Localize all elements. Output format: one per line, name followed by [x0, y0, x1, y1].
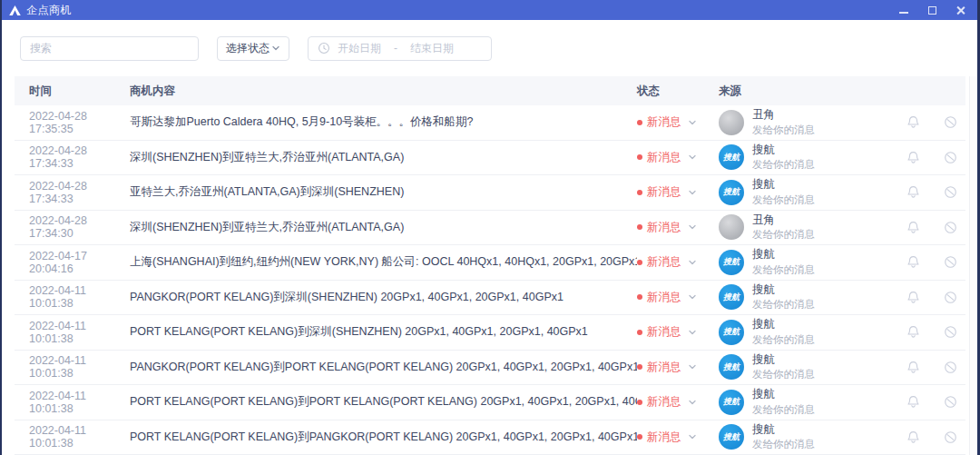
- source-name: 搜航: [752, 143, 815, 158]
- table-row[interactable]: 2022-04-11 10:01:38 PORT KELANG(PORT KEL…: [15, 385, 965, 420]
- block-icon[interactable]: [943, 220, 958, 235]
- bell-icon[interactable]: [906, 394, 921, 410]
- status-dot-icon: [637, 154, 642, 160]
- row-time: 2022-04-11 10:01:38: [15, 424, 130, 450]
- block-icon[interactable]: [943, 184, 958, 200]
- row-time: 2022-04-28 17:34:30: [15, 214, 130, 240]
- table-row[interactable]: 2022-04-11 10:01:38 PORT KELANG(PORT KEL…: [15, 420, 965, 455]
- date-start-placeholder: 开始日期: [338, 41, 381, 56]
- bell-icon[interactable]: [906, 360, 921, 375]
- table-row[interactable]: 2022-04-11 10:01:38 PANGKOR(PORT KELANG)…: [15, 281, 965, 316]
- source-name: 搜航: [752, 423, 815, 438]
- block-icon[interactable]: [943, 290, 958, 305]
- row-source: 搜航 搜航 发给你的消息: [719, 353, 906, 381]
- source-description: 发给你的消息: [752, 333, 815, 346]
- source-name: 搜航: [752, 318, 815, 332]
- row-actions: [906, 394, 965, 410]
- row-source: 搜航 搜航 发给你的消息: [719, 143, 906, 172]
- row-content: PANGKOR(PORT KELANG)到PORT KELANG(PORT KE…: [130, 360, 637, 375]
- app-title: 企点商机: [26, 3, 72, 18]
- row-source: 搜航 搜航 发给你的消息: [719, 423, 906, 451]
- chevron-down-icon[interactable]: [688, 362, 697, 371]
- bell-icon[interactable]: [906, 150, 921, 165]
- source-name: 搜航: [752, 388, 815, 402]
- status-select[interactable]: 选择状态: [217, 36, 289, 61]
- table-row[interactable]: 2022-04-28 17:35:35 哥斯达黎加Puerto Caldera …: [15, 105, 965, 141]
- bell-icon[interactable]: [906, 184, 921, 200]
- table-row[interactable]: 2022-04-28 17:34:30 深圳(SHENZHEN)到亚特兰大,乔治…: [15, 211, 965, 246]
- date-range-picker[interactable]: 开始日期 - 结束日期: [308, 36, 492, 61]
- row-source: 搜航 搜航 发给你的消息: [719, 248, 906, 276]
- status-dot-icon: [637, 364, 642, 370]
- chevron-down-icon[interactable]: [688, 153, 697, 162]
- row-content: PORT KELANG(PORT KELANG)到深圳(SHENZHEN) 20…: [130, 324, 637, 340]
- block-icon[interactable]: [943, 394, 958, 410]
- bell-icon[interactable]: [906, 290, 921, 305]
- opportunity-table: 时间 商机内容 状态 来源 2022-04-28 17:35:35 哥斯达黎加P…: [15, 76, 965, 455]
- status-select-label: 选择状态: [226, 41, 270, 56]
- status-dot-icon: [637, 330, 642, 335]
- table-header: 时间 商机内容 状态 来源: [15, 76, 965, 105]
- bell-icon[interactable]: [906, 324, 921, 340]
- chevron-down-icon[interactable]: [688, 118, 697, 127]
- source-description: 发给你的消息: [752, 228, 815, 241]
- table-row[interactable]: 2022-04-11 10:01:38 PORT KELANG(PORT KEL…: [15, 315, 965, 351]
- maximize-icon: [928, 6, 936, 15]
- source-avatar: 搜航: [719, 250, 744, 275]
- row-actions: [906, 114, 965, 130]
- status-label: 新消息: [647, 184, 681, 200]
- block-icon[interactable]: [943, 324, 958, 340]
- status-label: 新消息: [647, 394, 681, 410]
- source-avatar: 搜航: [719, 320, 744, 345]
- row-status: 新消息: [637, 114, 719, 130]
- maximize-button[interactable]: [922, 2, 942, 18]
- search-input[interactable]: [21, 37, 198, 60]
- chevron-down-icon: [271, 44, 280, 53]
- row-content: 上海(SHANGHAI)到纽约,纽约州(NEW YORK,NY) 船公司: OO…: [130, 254, 637, 270]
- block-icon[interactable]: [943, 360, 958, 375]
- bell-icon[interactable]: [906, 254, 921, 270]
- row-status: 新消息: [637, 394, 719, 410]
- table-row[interactable]: 2022-04-11 10:01:38 PANGKOR(PORT KELANG)…: [15, 351, 965, 386]
- row-content: PORT KELANG(PORT KELANG)到PANGKOR(PORT KE…: [130, 430, 637, 445]
- status-dot-icon: [637, 120, 642, 125]
- minimize-icon: [899, 12, 908, 14]
- table-row[interactable]: 2022-04-28 17:34:33 亚特兰大,乔治亚州(ATLANTA,GA…: [15, 175, 965, 211]
- status-dot-icon: [637, 294, 642, 300]
- chevron-down-icon[interactable]: [688, 258, 697, 267]
- chevron-down-icon[interactable]: [688, 292, 697, 302]
- row-source: 搜航 搜航 发给你的消息: [719, 388, 906, 416]
- status-label: 新消息: [647, 324, 681, 340]
- bell-icon[interactable]: [906, 220, 921, 235]
- chevron-down-icon[interactable]: [688, 188, 697, 197]
- bell-icon[interactable]: [906, 430, 921, 445]
- app-window: 企点商机 选择状态 开始日期 - 结束日期 时间: [0, 0, 980, 455]
- chevron-down-icon[interactable]: [688, 328, 697, 337]
- row-source: 搜航 搜航 发给你的消息: [719, 318, 906, 346]
- header-time: 时间: [15, 84, 130, 99]
- table-row[interactable]: 2022-04-17 20:04:16 上海(SHANGHAI)到纽约,纽约州(…: [15, 245, 965, 281]
- status-dot-icon: [637, 260, 642, 265]
- row-source: 丑角 发给你的消息: [719, 213, 906, 242]
- close-button[interactable]: [950, 2, 970, 18]
- row-actions: [906, 290, 965, 305]
- row-status: 新消息: [637, 324, 719, 340]
- minimize-button[interactable]: [894, 2, 914, 18]
- scrollbar-track[interactable]: [969, 76, 977, 455]
- block-icon[interactable]: [943, 150, 958, 165]
- status-label: 新消息: [647, 290, 681, 305]
- app-logo-icon: [9, 5, 21, 15]
- chevron-down-icon[interactable]: [688, 398, 697, 407]
- filter-bar: 选择状态 开始日期 - 结束日期: [2, 20, 977, 76]
- status-label: 新消息: [647, 150, 681, 165]
- bell-icon[interactable]: [906, 114, 921, 130]
- block-icon[interactable]: [943, 430, 958, 445]
- chevron-down-icon[interactable]: [688, 432, 697, 441]
- chevron-down-icon[interactable]: [688, 223, 697, 232]
- table-body: 2022-04-28 17:35:35 哥斯达黎加Puerto Caldera …: [15, 105, 965, 455]
- block-icon[interactable]: [943, 114, 958, 130]
- block-icon[interactable]: [943, 254, 958, 270]
- source-description: 发给你的消息: [752, 368, 815, 381]
- source-avatar: [719, 110, 744, 135]
- table-row[interactable]: 2022-04-28 17:34:33 深圳(SHENZHEN)到亚特兰大,乔治…: [15, 141, 965, 176]
